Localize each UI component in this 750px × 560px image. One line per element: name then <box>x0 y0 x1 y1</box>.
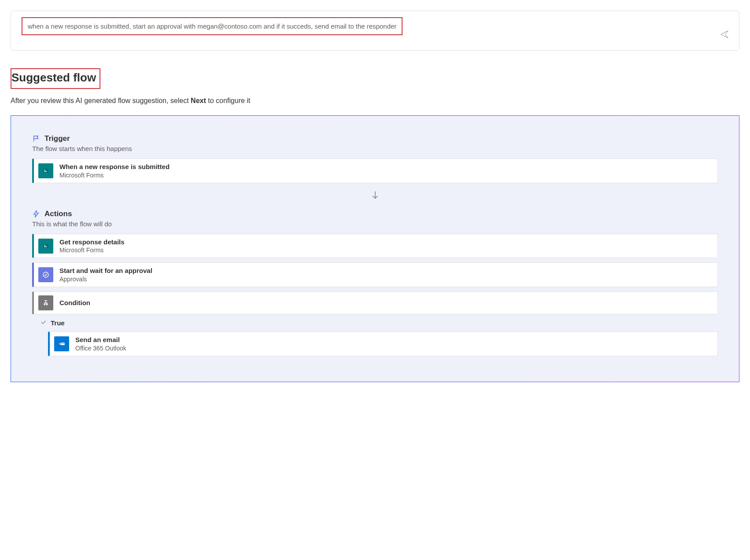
svg-rect-4 <box>44 245 45 246</box>
trigger-card-text: When a new response is submitted Microso… <box>59 162 170 179</box>
suggested-flow-heading: Suggested flow <box>11 71 96 85</box>
action-card-text: Condition <box>59 298 90 307</box>
subtext-after: to configure it <box>206 97 251 104</box>
prompt-text-highlight-box: when a new response is submitted, start … <box>22 17 403 35</box>
suggested-flow-subtext: After you review this AI generated flow … <box>11 97 739 105</box>
trigger-desc: The flow starts when this happens <box>32 145 718 152</box>
condition-true-branch: True Send an email Office 365 Outlook <box>40 319 718 356</box>
prompt-text[interactable]: when a new response is submitted, start … <box>28 22 396 31</box>
trigger-card[interactable]: When a new response is submitted Microso… <box>32 158 718 183</box>
prompt-inner: when a new response is submitted, start … <box>11 11 739 50</box>
prompt-card: when a new response is submitted, start … <box>11 11 739 51</box>
action-card-text: Send an email Office 365 Outlook <box>75 335 126 352</box>
trigger-section: Trigger The flow starts when this happen… <box>32 134 718 183</box>
svg-rect-3 <box>43 244 48 248</box>
action-card-subtitle: Office 365 Outlook <box>75 344 126 352</box>
actions-section: Actions This is what the flow will do Ge… <box>32 210 718 356</box>
flow-panel: Trigger The flow starts when this happen… <box>11 115 739 382</box>
action-card-text: Start and wait for an approval Approvals <box>59 266 152 283</box>
lightning-icon <box>32 210 40 218</box>
subtext-bold: Next <box>191 97 206 104</box>
svg-rect-0 <box>43 169 48 173</box>
trigger-header: Trigger <box>32 134 718 143</box>
suggested-flow-heading-box: Suggested flow <box>11 68 100 89</box>
svg-rect-1 <box>44 170 45 171</box>
condition-icon <box>38 295 53 310</box>
svg-rect-5 <box>44 246 47 247</box>
branch-label: True <box>40 319 718 327</box>
action-card-text: Get response details Microsoft Forms <box>59 238 125 254</box>
arrow-down-icon <box>32 190 718 200</box>
action-card-condition[interactable]: Condition <box>32 291 718 314</box>
actions-header: Actions <box>32 210 718 218</box>
action-card-approval[interactable]: Start and wait for an approval Approvals <box>32 262 718 287</box>
action-card-subtitle: Approvals <box>59 275 152 283</box>
action-card-send-email[interactable]: Send an email Office 365 Outlook <box>48 332 718 356</box>
trigger-title: Trigger <box>44 134 70 143</box>
action-card-title: Send an email <box>75 335 126 344</box>
trigger-card-subtitle: Microsoft Forms <box>59 171 170 179</box>
action-card-title: Start and wait for an approval <box>59 266 152 275</box>
subtext-before: After you review this AI generated flow … <box>11 97 191 104</box>
branch-nested: Send an email Office 365 Outlook <box>48 332 718 356</box>
branch-label-text: True <box>51 319 65 327</box>
forms-icon <box>38 163 53 178</box>
send-icon <box>720 29 729 41</box>
svg-point-6 <box>43 272 48 277</box>
action-card-title: Condition <box>59 298 90 307</box>
actions-desc: This is what the flow will do <box>32 220 718 228</box>
action-card-get-response[interactable]: Get response details Microsoft Forms <box>32 234 718 258</box>
action-card-subtitle: Microsoft Forms <box>59 246 125 254</box>
check-icon <box>40 319 47 327</box>
flag-icon <box>32 135 40 143</box>
trigger-card-title: When a new response is submitted <box>59 162 170 171</box>
action-card-title: Get response details <box>59 238 125 247</box>
approvals-icon <box>38 267 53 282</box>
actions-title: Actions <box>44 210 72 218</box>
outlook-icon <box>54 336 69 351</box>
send-button[interactable] <box>718 28 731 42</box>
svg-rect-2 <box>44 171 47 172</box>
forms-icon <box>38 239 53 254</box>
